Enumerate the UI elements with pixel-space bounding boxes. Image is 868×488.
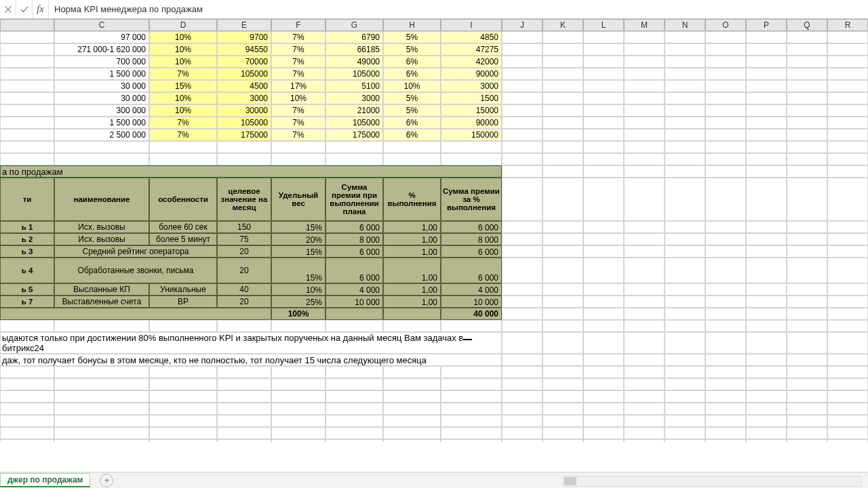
data-row[interactable]: 700 00010%700007%490006%42000 [0, 56, 868, 68]
data-row[interactable]: 30 00010%300010%30005%1500 [0, 92, 868, 104]
column-headers[interactable]: CDEFGHIJKLMNOPQR [0, 19, 868, 31]
formula-input[interactable]: Норма KPI менеджера по продажам [49, 4, 868, 14]
note-row[interactable]: ыдаются только при достижении 80% выполн… [0, 332, 868, 354]
data-row[interactable]: 1 500 0007%1050007%1050006%90000 [0, 68, 868, 80]
fx-icon[interactable]: fx [33, 0, 49, 18]
formula-accept-icon[interactable] [16, 0, 33, 18]
data-row[interactable]: 30 00015%450017%510010%3000 [0, 80, 868, 92]
kpi-row[interactable]: ь 1Исх. вызовыболее 60 сек15015%6 0001,0… [0, 221, 868, 233]
formula-bar: fx Норма KPI менеджера по продажам [0, 0, 868, 19]
formula-cancel-icon[interactable] [0, 0, 16, 18]
note-row[interactable]: даж, тот получает бонусы в этом месяце, … [0, 354, 868, 366]
data-row[interactable]: 271 000-1 620 00010%945507%661855%47275 [0, 43, 868, 56]
data-row[interactable]: 300 00010%300007%210005%15000 [0, 104, 868, 117]
kpi-row[interactable]: ь 3Средний рейтинг оператора2015%6 0001,… [0, 245, 868, 258]
data-row[interactable]: 2 500 0007%1750007%1750006%150000 [0, 129, 868, 141]
grid[interactable]: CDEFGHIJKLMNOPQR97 00010%97007%67905%485… [0, 19, 868, 442]
kpi-header-row[interactable]: тинаименованиеособенностицелевое значени… [0, 178, 868, 221]
kpi-title-row[interactable]: а по продажам [0, 165, 868, 178]
kpi-row[interactable]: ь 7Выставленные счетаВР2025%10 0001,0010… [0, 296, 868, 308]
kpi-row[interactable]: ь 2Исх. вызовыболее 5 минут7520%8 0001,0… [0, 233, 868, 245]
kpi-total-row[interactable]: 100%40 000 [0, 308, 868, 320]
data-row[interactable]: 97 00010%97007%67905%4850 [0, 31, 868, 43]
spreadsheet-area[interactable]: CDEFGHIJKLMNOPQR97 00010%97007%67905%485… [0, 19, 868, 442]
kpi-row[interactable]: ь 5Высланные КПУникальные4010%4 0001,004… [0, 283, 868, 296]
kpi-row[interactable]: ь 4Обработанные звонки, письма2015%6 000… [0, 258, 868, 283]
data-row[interactable]: 1 500 0007%1050007%1050006%90000 [0, 117, 868, 129]
